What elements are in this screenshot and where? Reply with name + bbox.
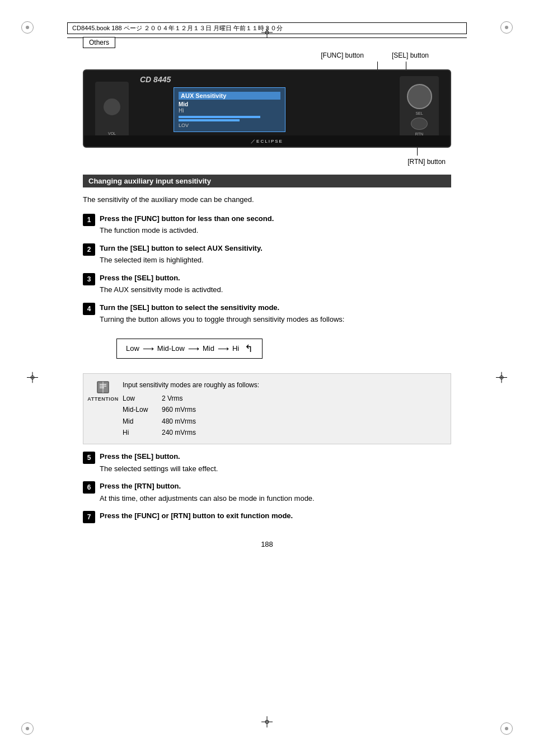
screen-item-hi: Hi [179, 107, 280, 114]
step-5-number: 5 [83, 452, 95, 464]
return-arrow: ↰ [245, 342, 253, 355]
step-5-title: Press the [SEL] button. [100, 451, 451, 462]
attn-value-hi: 240 mVrms [162, 427, 196, 438]
step-1: 1 Press the [FUNC] button for less than … [83, 213, 451, 236]
step-3-content: Press the [SEL] button. The AUX sensitiv… [100, 273, 451, 295]
step-4-content: Turn the [SEL] button to select the sens… [100, 302, 451, 325]
sel-button-label: [SEL] button [392, 51, 429, 59]
attn-value-midlow: 960 mVrms [162, 404, 196, 415]
bottom-center-mark [261, 716, 273, 729]
file-info-text: CD8445.book 188 ページ ２００４年１２月１３日 月曜日 午前１１… [72, 24, 283, 32]
step-3-number: 3 [83, 273, 95, 285]
step-6-desc: At this time, other adjustments can also… [100, 493, 451, 504]
steps-list: 1 Press the [FUNC] button for less than … [83, 213, 451, 524]
rtn-button-label: [RTN] button [83, 158, 451, 166]
step-6-title: Press the [RTN] button. [100, 481, 451, 492]
attn-label-mid: Mid [123, 416, 162, 427]
attn-value-mid: 480 mVrms [162, 416, 196, 427]
cycle-diagram-area: Low ⟶ Mid-Low ⟶ Mid ⟶ Hi ↰ [100, 332, 451, 365]
sel-line [406, 62, 406, 69]
step-2: 2 Turn the [SEL] button to select AUX Se… [83, 243, 451, 266]
corner-decoration-br [500, 722, 513, 735]
step-1-desc: The function mode is activded. [100, 225, 451, 236]
screen-item-lov: LOV [179, 123, 280, 128]
step-5-desc: The selected settings will take effect. [100, 463, 451, 475]
cycle-item-low: Low [126, 344, 139, 353]
step-3-desc: The AUX sensitivity mode is activdted. [100, 284, 451, 295]
page-number: 188 [34, 540, 500, 548]
attn-row-1: Low 2 Vrms [123, 393, 259, 404]
top-center-mark [261, 27, 273, 40]
attention-content: Input sensitivity modes are roughly as f… [123, 379, 259, 439]
corner-decoration-bl [21, 722, 34, 735]
step-3-title: Press the [SEL] button. [100, 273, 451, 284]
rtn-line [417, 148, 418, 156]
step-4: 4 Turn the [SEL] button to select the se… [83, 302, 451, 325]
intro-text: The sensitivity of the auxiliary mode ca… [83, 194, 451, 205]
step-2-desc: The selected item is highlighted. [100, 255, 451, 266]
tab-label: Others [83, 37, 115, 48]
step-1-number: 1 [83, 214, 95, 226]
attention-box: ATTENTION Input sensitivity modes are ro… [83, 373, 451, 445]
step-2-title: Turn the [SEL] button to select AUX Sens… [100, 243, 451, 254]
callout-labels: [FUNC] button [SEL] button [83, 51, 451, 59]
attn-row-4: Hi 240 mVrms [123, 427, 259, 438]
step-7: 7 Press the [FUNC] or [RTN] button to ex… [83, 510, 451, 523]
step-7-title: Press the [FUNC] or [RTN] button to exit… [100, 510, 451, 522]
step-1-title: Press the [FUNC] button for less than on… [100, 213, 451, 224]
screen-item-mid: Mid [179, 101, 280, 107]
step-4-desc: Turning the button allows you to toggle … [100, 314, 451, 325]
step-6-number: 6 [83, 481, 95, 494]
screen-bar-2 [179, 119, 240, 121]
attn-label-low: Low [123, 393, 162, 404]
attn-row-2: Mid-Low 960 mVrms [123, 404, 259, 415]
step-1-content: Press the [FUNC] button for less than on… [100, 213, 451, 236]
arrow-2: ⟶ [188, 344, 199, 353]
callout-lines [83, 62, 451, 69]
screen-title: AUX Sensitivity [179, 92, 280, 100]
book-icon [95, 379, 111, 395]
cycle-item-midlow: Mid-Low [157, 344, 185, 353]
arrow-3: ⟶ [218, 344, 229, 353]
attn-row-3: Mid 480 mVrms [123, 416, 259, 427]
func-line [377, 62, 378, 69]
step-3: 3 Press the [SEL] button. The AUX sensit… [83, 273, 451, 295]
step-7-number: 7 [83, 511, 95, 523]
step-2-number: 2 [83, 243, 95, 256]
attn-label-hi: Hi [123, 427, 162, 438]
cycle-item-mid: Mid [203, 344, 214, 353]
screen-bar-1 [179, 116, 260, 118]
main-content: [FUNC] button [SEL] button VOL AUX Sensi… [83, 51, 451, 523]
step-4-number: 4 [83, 303, 95, 315]
right-center-mark [496, 372, 507, 384]
device-screen: AUX Sensitivity Mid Hi LOV [174, 87, 285, 132]
device-image: VOL AUX Sensitivity Mid Hi LOV SEL RTN [83, 69, 451, 148]
rtn-line-area [83, 148, 451, 156]
attn-value-low: 2 Vrms [162, 393, 183, 404]
cycle-diagram: Low ⟶ Mid-Low ⟶ Mid ⟶ Hi ↰ [116, 339, 263, 359]
arrow-1: ⟶ [143, 344, 154, 353]
step-7-content: Press the [FUNC] or [RTN] button to exit… [100, 510, 451, 522]
corner-decoration-tr [500, 21, 513, 34]
step-5-content: Press the [SEL] button. The selected set… [100, 451, 451, 474]
step-6-content: Press the [RTN] button. At this time, ot… [100, 481, 451, 504]
attention-icon-area: ATTENTION [89, 379, 117, 402]
attn-label-midlow: Mid-Low [123, 404, 162, 415]
corner-decoration-tl [21, 21, 34, 34]
step-5: 5 Press the [SEL] button. The selected s… [83, 451, 451, 474]
page: CD8445.book 188 ページ ２００４年１２月１３日 月曜日 午前１１… [0, 0, 534, 756]
attention-label: ATTENTION [87, 396, 118, 402]
step-4-title: Turn the [SEL] button to select the sens… [100, 302, 451, 313]
step-6: 6 Press the [RTN] button. At this time, … [83, 481, 451, 504]
func-button-label: [FUNC] button [321, 51, 364, 59]
left-center-mark [27, 372, 38, 384]
cycle-item-hi: Hi [232, 344, 239, 353]
attention-intro: Input sensitivity modes are roughly as f… [123, 379, 259, 391]
section-heading: Changing auxiliary input sensitivity [83, 175, 451, 187]
step-2-content: Turn the [SEL] button to select AUX Sens… [100, 243, 451, 266]
